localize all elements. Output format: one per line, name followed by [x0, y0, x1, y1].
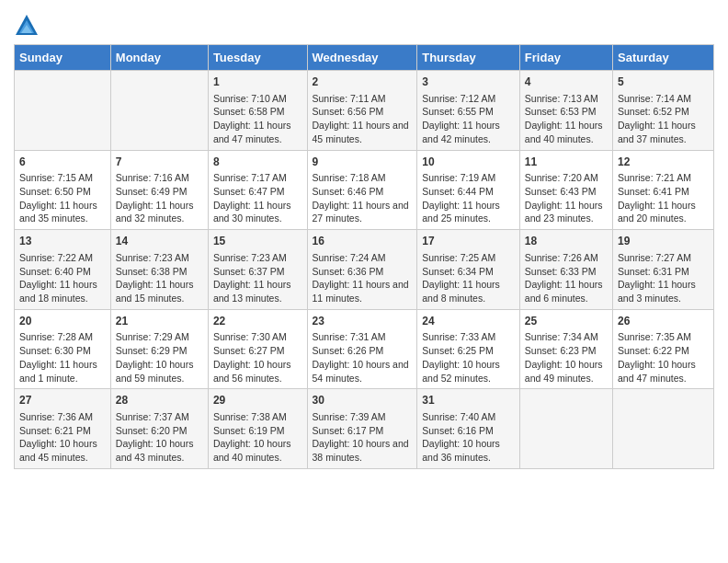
header-day-saturday: Saturday: [613, 45, 714, 71]
week-row-2: 6Sunrise: 7:15 AM Sunset: 6:50 PM Daylig…: [15, 150, 714, 230]
calendar-cell: 29Sunrise: 7:38 AM Sunset: 6:19 PM Dayli…: [208, 389, 307, 469]
header-day-friday: Friday: [519, 45, 612, 71]
day-number: 11: [525, 155, 608, 170]
calendar-container: SundayMondayTuesdayWednesdayThursdayFrid…: [0, 0, 728, 483]
calendar-cell: [519, 389, 612, 469]
calendar-cell: 13Sunrise: 7:22 AM Sunset: 6:40 PM Dayli…: [15, 230, 111, 310]
day-content: Sunrise: 7:17 AM Sunset: 6:47 PM Dayligh…: [213, 171, 302, 225]
day-content: Sunrise: 7:33 AM Sunset: 6:25 PM Dayligh…: [422, 330, 515, 385]
day-content: Sunrise: 7:31 AM Sunset: 6:26 PM Dayligh…: [313, 330, 413, 385]
header-day-sunday: Sunday: [15, 45, 111, 71]
day-number: 1: [213, 75, 302, 90]
day-number: 27: [19, 393, 106, 408]
day-number: 26: [618, 314, 709, 329]
day-number: 21: [116, 314, 203, 329]
day-content: Sunrise: 7:14 AM Sunset: 6:52 PM Dayligh…: [618, 92, 709, 146]
calendar-cell: 31Sunrise: 7:40 AM Sunset: 6:16 PM Dayli…: [417, 389, 520, 469]
calendar-cell: 26Sunrise: 7:35 AM Sunset: 6:22 PM Dayli…: [613, 309, 714, 389]
day-number: 13: [19, 234, 106, 249]
day-number: 19: [618, 234, 709, 249]
calendar-cell: 18Sunrise: 7:26 AM Sunset: 6:33 PM Dayli…: [519, 230, 612, 310]
day-number: 23: [313, 314, 413, 329]
day-content: Sunrise: 7:38 AM Sunset: 6:19 PM Dayligh…: [213, 410, 302, 465]
day-number: 31: [422, 393, 515, 408]
day-number: 2: [313, 75, 413, 90]
day-content: Sunrise: 7:24 AM Sunset: 6:36 PM Dayligh…: [313, 251, 413, 305]
header-row: SundayMondayTuesdayWednesdayThursdayFrid…: [15, 45, 714, 71]
calendar-cell: 3Sunrise: 7:12 AM Sunset: 6:55 PM Daylig…: [417, 71, 520, 151]
day-number: 15: [213, 234, 302, 249]
day-content: Sunrise: 7:22 AM Sunset: 6:40 PM Dayligh…: [19, 251, 106, 305]
week-row-1: 1Sunrise: 7:10 AM Sunset: 6:58 PM Daylig…: [15, 71, 714, 151]
calendar-cell: 17Sunrise: 7:25 AM Sunset: 6:34 PM Dayli…: [417, 230, 520, 310]
day-number: 12: [618, 155, 709, 170]
day-content: Sunrise: 7:12 AM Sunset: 6:55 PM Dayligh…: [422, 92, 515, 146]
day-number: 20: [19, 314, 106, 329]
day-number: 14: [116, 234, 203, 249]
calendar-header: SundayMondayTuesdayWednesdayThursdayFrid…: [15, 45, 714, 71]
calendar-cell: 16Sunrise: 7:24 AM Sunset: 6:36 PM Dayli…: [307, 230, 417, 310]
day-content: Sunrise: 7:37 AM Sunset: 6:20 PM Dayligh…: [116, 410, 203, 465]
calendar-cell: 10Sunrise: 7:19 AM Sunset: 6:44 PM Dayli…: [417, 150, 520, 230]
week-row-5: 27Sunrise: 7:36 AM Sunset: 6:21 PM Dayli…: [15, 389, 714, 469]
header-day-wednesday: Wednesday: [307, 45, 417, 71]
day-content: Sunrise: 7:19 AM Sunset: 6:44 PM Dayligh…: [422, 171, 515, 225]
calendar-table: SundayMondayTuesdayWednesdayThursdayFrid…: [14, 44, 714, 469]
calendar-cell: 6Sunrise: 7:15 AM Sunset: 6:50 PM Daylig…: [15, 150, 111, 230]
header-day-monday: Monday: [110, 45, 208, 71]
day-number: 10: [422, 155, 515, 170]
day-content: Sunrise: 7:28 AM Sunset: 6:30 PM Dayligh…: [19, 330, 106, 385]
day-number: 9: [313, 155, 413, 170]
calendar-cell: 7Sunrise: 7:16 AM Sunset: 6:49 PM Daylig…: [110, 150, 208, 230]
day-content: Sunrise: 7:40 AM Sunset: 6:16 PM Dayligh…: [422, 410, 515, 465]
calendar-cell: 4Sunrise: 7:13 AM Sunset: 6:53 PM Daylig…: [519, 71, 612, 151]
day-content: Sunrise: 7:13 AM Sunset: 6:53 PM Dayligh…: [525, 92, 608, 146]
day-content: Sunrise: 7:18 AM Sunset: 6:46 PM Dayligh…: [313, 171, 413, 225]
week-row-3: 13Sunrise: 7:22 AM Sunset: 6:40 PM Dayli…: [15, 230, 714, 310]
calendar-cell: 14Sunrise: 7:23 AM Sunset: 6:38 PM Dayli…: [110, 230, 208, 310]
day-content: Sunrise: 7:29 AM Sunset: 6:29 PM Dayligh…: [116, 330, 203, 385]
day-content: Sunrise: 7:15 AM Sunset: 6:50 PM Dayligh…: [19, 171, 106, 225]
day-number: 17: [422, 234, 515, 249]
calendar-cell: 20Sunrise: 7:28 AM Sunset: 6:30 PM Dayli…: [15, 309, 111, 389]
day-number: 5: [618, 75, 709, 90]
day-content: Sunrise: 7:11 AM Sunset: 6:56 PM Dayligh…: [313, 92, 413, 146]
day-number: 25: [525, 314, 608, 329]
day-content: Sunrise: 7:36 AM Sunset: 6:21 PM Dayligh…: [19, 410, 106, 465]
week-row-4: 20Sunrise: 7:28 AM Sunset: 6:30 PM Dayli…: [15, 309, 714, 389]
day-content: Sunrise: 7:16 AM Sunset: 6:49 PM Dayligh…: [116, 171, 203, 225]
calendar-cell: 11Sunrise: 7:20 AM Sunset: 6:43 PM Dayli…: [519, 150, 612, 230]
calendar-cell: 5Sunrise: 7:14 AM Sunset: 6:52 PM Daylig…: [613, 71, 714, 151]
day-content: Sunrise: 7:10 AM Sunset: 6:58 PM Dayligh…: [213, 92, 302, 146]
day-number: 29: [213, 393, 302, 408]
day-number: 6: [19, 155, 106, 170]
header: [14, 9, 714, 39]
calendar-cell: 8Sunrise: 7:17 AM Sunset: 6:47 PM Daylig…: [208, 150, 307, 230]
calendar-cell: 22Sunrise: 7:30 AM Sunset: 6:27 PM Dayli…: [208, 309, 307, 389]
calendar-cell: 30Sunrise: 7:39 AM Sunset: 6:17 PM Dayli…: [307, 389, 417, 469]
calendar-cell: 23Sunrise: 7:31 AM Sunset: 6:26 PM Dayli…: [307, 309, 417, 389]
day-content: Sunrise: 7:26 AM Sunset: 6:33 PM Dayligh…: [525, 251, 608, 305]
header-day-thursday: Thursday: [417, 45, 520, 71]
calendar-cell: 21Sunrise: 7:29 AM Sunset: 6:29 PM Dayli…: [110, 309, 208, 389]
day-content: Sunrise: 7:23 AM Sunset: 6:37 PM Dayligh…: [213, 251, 302, 305]
header-day-tuesday: Tuesday: [208, 45, 307, 71]
logo: [14, 13, 43, 39]
calendar-cell: [110, 71, 208, 151]
calendar-cell: 2Sunrise: 7:11 AM Sunset: 6:56 PM Daylig…: [307, 71, 417, 151]
day-number: 4: [525, 75, 608, 90]
calendar-body: 1Sunrise: 7:10 AM Sunset: 6:58 PM Daylig…: [15, 71, 714, 469]
day-number: 22: [213, 314, 302, 329]
day-content: Sunrise: 7:35 AM Sunset: 6:22 PM Dayligh…: [618, 330, 709, 385]
calendar-cell: [613, 389, 714, 469]
day-content: Sunrise: 7:34 AM Sunset: 6:23 PM Dayligh…: [525, 330, 608, 385]
day-number: 18: [525, 234, 608, 249]
day-content: Sunrise: 7:21 AM Sunset: 6:41 PM Dayligh…: [618, 171, 709, 225]
day-content: Sunrise: 7:23 AM Sunset: 6:38 PM Dayligh…: [116, 251, 203, 305]
day-number: 28: [116, 393, 203, 408]
day-number: 16: [313, 234, 413, 249]
calendar-cell: 15Sunrise: 7:23 AM Sunset: 6:37 PM Dayli…: [208, 230, 307, 310]
day-number: 3: [422, 75, 515, 90]
calendar-cell: [15, 71, 111, 151]
calendar-cell: 9Sunrise: 7:18 AM Sunset: 6:46 PM Daylig…: [307, 150, 417, 230]
